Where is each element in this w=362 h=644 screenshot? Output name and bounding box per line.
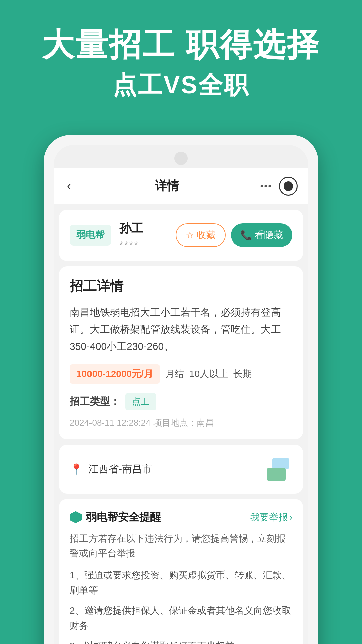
location-card: 📍 江西省-南昌市 [59, 445, 303, 494]
safety-intro: 招工方若存在以下违法行为，请您提高警惕，立刻报警或向平台举报 [70, 531, 292, 561]
phone-screen: ‹ 详情 ••• 弱电帮 [54, 168, 308, 644]
record-inner-icon [284, 181, 293, 191]
safety-list: 1、强迫或要求您投资、购买虚拟货币、转账、汇款、刷单等 2、邀请您提供担保人、保… [70, 568, 292, 644]
poster-name: 孙工 [119, 220, 143, 237]
phone-mockup: ‹ 详情 ••• 弱电帮 [44, 135, 318, 644]
duration-tag: 长期 [233, 368, 252, 380]
map-block-2 [267, 468, 286, 481]
phone-mockup-container: ‹ 详情 ••• 弱电帮 [0, 135, 362, 644]
phone-inner: ‹ 详情 ••• 弱电帮 [54, 145, 308, 644]
safety-header: 弱电帮安全提醒 我要举报 › [70, 510, 292, 525]
safety-item-3: 3、以招聘名义向您谋取任何不正当权益 [70, 639, 292, 644]
headcount-tag: 10人以上 [189, 368, 228, 380]
star-icon: ☆ [186, 230, 194, 241]
type-value: 点工 [125, 393, 156, 410]
banner-title-main: 大量招工 职得选择 [20, 27, 342, 62]
location-icon: 📍 [70, 463, 83, 476]
top-banner: 大量招工 职得选择 点工VS全职 [0, 0, 362, 121]
map-preview[interactable] [245, 454, 292, 484]
back-button[interactable]: ‹ [64, 176, 74, 196]
view-hidden-label: 看隐藏 [255, 229, 283, 241]
shield-icon [70, 511, 82, 523]
location-left: 📍 江西省-南昌市 [70, 462, 152, 476]
poster-left: 弱电帮 孙工 **** [70, 220, 143, 250]
app-header: ‹ 详情 ••• [54, 168, 308, 204]
payment-tag: 月结 [165, 368, 184, 380]
job-type-row: 招工类型： 点工 [70, 393, 292, 410]
safety-title-row: 弱电帮安全提醒 [70, 510, 161, 525]
safety-item-1: 1、强迫或要求您投资、购买虚拟货币、转账、汇款、刷单等 [70, 568, 292, 598]
poster-actions: ☆ 收藏 📞 看隐藏 [176, 223, 292, 247]
safety-title: 弱电帮安全提醒 [86, 510, 161, 525]
job-poster-card: 弱电帮 孙工 **** ☆ 收藏 📞 [59, 210, 303, 261]
content-area: 弱电帮 孙工 **** ☆ 收藏 📞 [54, 204, 308, 644]
location-text: 江西省-南昌市 [88, 462, 152, 476]
section-title: 招工详情 [70, 277, 292, 296]
more-options-button[interactable]: ••• [260, 181, 272, 192]
header-actions: ••• [260, 177, 298, 196]
page-title: 详情 [155, 178, 179, 194]
banner-title-sub: 点工VS全职 [20, 69, 342, 101]
poster-info: 孙工 **** [119, 220, 143, 250]
phone-icon: 📞 [240, 230, 252, 241]
type-label: 招工类型： [70, 395, 120, 409]
view-hidden-button[interactable]: 📞 看隐藏 [231, 223, 292, 247]
chevron-right-icon: › [289, 512, 292, 523]
poster-stars: **** [119, 239, 143, 250]
record-button[interactable] [279, 177, 298, 196]
collect-button[interactable]: ☆ 收藏 [176, 223, 226, 247]
salary-tag: 10000-12000元/月 [70, 364, 160, 384]
job-description: 南昌地铁弱电招大工小工若干名，必须持有登高证。大工做桥架配管放线装设备，管吃住。… [70, 304, 292, 355]
safety-card: 弱电帮安全提醒 我要举报 › 招工方若存在以下违法行为，请您提高警惕，立刻报警或… [59, 499, 303, 644]
report-link[interactable]: 我要举报 › [250, 511, 292, 524]
job-meta: 2024-08-11 12:28:24 项目地点：南昌 [70, 417, 292, 429]
phone-camera [174, 152, 188, 165]
report-label: 我要举报 [250, 511, 288, 524]
collect-label: 收藏 [197, 229, 216, 241]
poster-tag: 弱电帮 [70, 225, 111, 246]
job-tags: 10000-12000元/月 月结 10人以上 长期 [70, 364, 292, 384]
job-detail-card: 招工详情 南昌地铁弱电招大工小工若干名，必须持有登高证。大工做桥架配管放线装设备… [59, 266, 303, 439]
safety-item-2: 2、邀请您提供担保人、保证金或者其他名义向您收取财务 [70, 603, 292, 634]
